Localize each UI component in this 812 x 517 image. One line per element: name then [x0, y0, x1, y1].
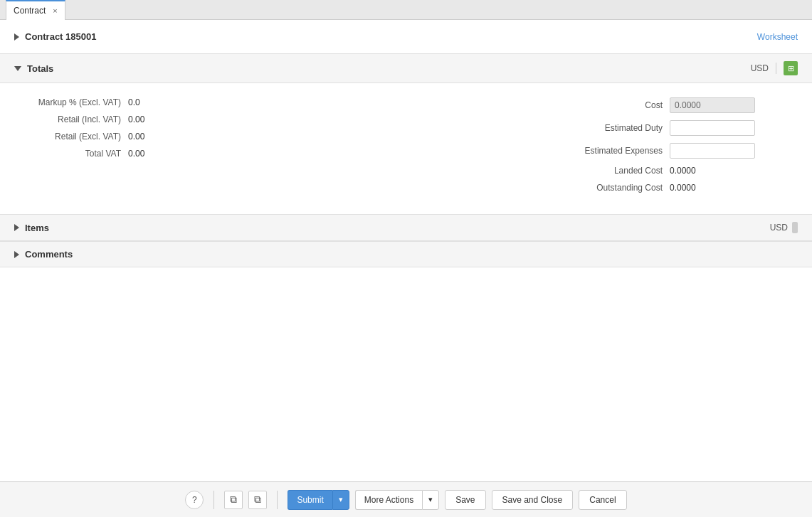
totals-currency: USD: [751, 63, 769, 73]
estimated-expenses-input[interactable]: [670, 143, 755, 159]
totals-header-right: USD ⊞: [751, 61, 798, 75]
items-currency: USD: [770, 223, 788, 233]
estimated-duty-field-row: Estimated Duty: [556, 120, 798, 136]
markup-value: 0.0: [128, 97, 171, 107]
expand-comments-icon[interactable]: [14, 251, 19, 258]
items-section: Items USD: [0, 215, 812, 242]
expand-items-icon[interactable]: [14, 224, 19, 231]
totals-header-left: Totals: [14, 63, 53, 74]
outstanding-cost-value: 0.0000: [670, 183, 712, 193]
items-header: Items USD: [0, 215, 812, 241]
contract-header-left: Contract 185001: [14, 31, 96, 42]
expand-contract-icon[interactable]: [14, 33, 19, 41]
items-scroll-indicator[interactable]: [792, 222, 798, 233]
totals-body: Markup % (Excl. VAT) 0.0 Retail (Incl. V…: [0, 83, 812, 214]
comments-header: Comments: [0, 242, 812, 267]
contract-title: Contract 185001: [25, 31, 96, 42]
items-header-right: USD: [770, 222, 798, 233]
totals-section: Totals USD ⊞ Markup % (Excl. VAT) 0.0 Re…: [0, 54, 812, 215]
estimated-expenses-label: Estimated Expenses: [556, 146, 670, 156]
landed-cost-value: 0.0000: [670, 166, 712, 176]
collapse-totals-icon[interactable]: [14, 66, 21, 71]
total-vat-value: 0.00: [128, 149, 171, 159]
comments-section: Comments: [0, 242, 812, 267]
cost-field-row: Cost: [556, 97, 798, 113]
markup-field-row: Markup % (Excl. VAT) 0.0: [14, 97, 242, 107]
total-vat-label: Total VAT: [14, 149, 128, 159]
totals-right-fields: Cost Estimated Duty Estimated Expenses L…: [527, 97, 798, 200]
retail-excl-label: Retail (Excl. VAT): [14, 132, 128, 142]
calculator-icon[interactable]: ⊞: [784, 61, 798, 75]
totals-header: Totals USD ⊞: [0, 54, 812, 83]
items-header-left: Items: [14, 223, 49, 233]
contract-tab[interactable]: Contract ×: [6, 0, 65, 20]
main-content: Contract 185001 Worksheet Totals USD ⊞ M…: [0, 20, 812, 481]
total-vat-field-row: Total VAT 0.00: [14, 149, 242, 159]
outstanding-cost-field-row: Outstanding Cost 0.0000: [556, 183, 798, 193]
estimated-expenses-field-row: Estimated Expenses: [556, 143, 798, 159]
items-title: Items: [25, 223, 49, 233]
cost-input[interactable]: [670, 97, 755, 113]
estimated-duty-label: Estimated Duty: [556, 123, 670, 133]
totals-left-fields: Markup % (Excl. VAT) 0.0 Retail (Incl. V…: [14, 97, 242, 200]
retail-incl-value: 0.00: [128, 114, 171, 124]
retail-incl-field-row: Retail (Incl. VAT) 0.00: [14, 114, 242, 124]
comments-title: Comments: [25, 249, 73, 260]
landed-cost-field-row: Landed Cost 0.0000: [556, 166, 798, 176]
retail-excl-value: 0.00: [128, 132, 171, 142]
tab-label: Contract: [14, 6, 46, 16]
totals-title: Totals: [27, 63, 53, 74]
totals-divider: [776, 63, 776, 74]
landed-cost-label: Landed Cost: [556, 166, 670, 176]
retail-excl-field-row: Retail (Excl. VAT) 0.00: [14, 132, 242, 142]
markup-label: Markup % (Excl. VAT): [14, 97, 128, 107]
tab-close-icon[interactable]: ×: [53, 6, 57, 15]
outstanding-cost-label: Outstanding Cost: [556, 183, 670, 193]
contract-header-section: Contract 185001 Worksheet: [0, 20, 812, 54]
retail-incl-label: Retail (Incl. VAT): [14, 114, 128, 124]
worksheet-link[interactable]: Worksheet: [757, 32, 798, 42]
estimated-duty-input[interactable]: [670, 120, 755, 136]
tab-bar: Contract ×: [0, 0, 812, 20]
cost-label: Cost: [556, 100, 670, 110]
